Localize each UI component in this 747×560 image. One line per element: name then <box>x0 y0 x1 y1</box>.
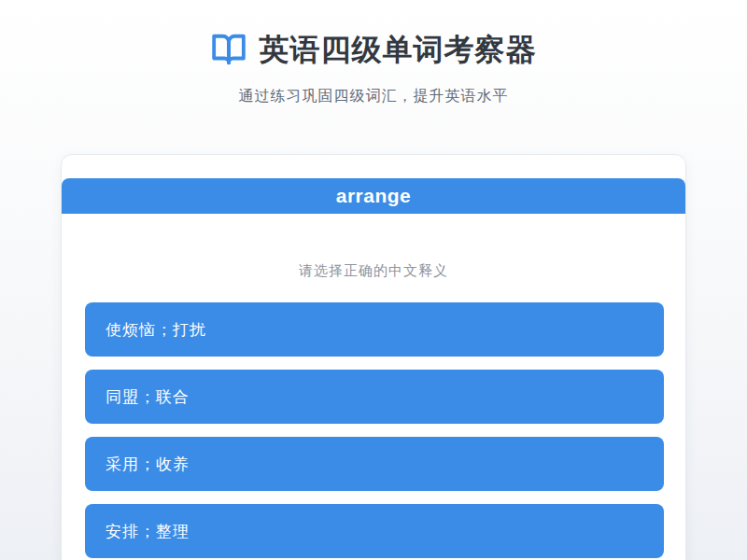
answer-option-button-3[interactable]: 采用；收养 <box>85 437 664 491</box>
options-list: 使烦恼；打扰 同盟；联合 采用；收养 安排；整理 <box>85 302 662 558</box>
title-row: 英语四级单词考察器 <box>0 31 747 68</box>
quiz-prompt: 请选择正确的中文释义 <box>62 260 685 281</box>
page-background: 英语四级单词考察器 通过练习巩固四级词汇，提升英语水平 arrange 请选择正… <box>0 0 747 560</box>
page-title: 英语四级单词考察器 <box>260 31 537 68</box>
current-word: arrange <box>336 185 412 207</box>
book-open-icon <box>211 32 247 67</box>
answer-option-button-4[interactable]: 安排；整理 <box>85 504 664 558</box>
answer-option-button-1[interactable]: 使烦恼；打扰 <box>85 302 664 357</box>
quiz-card: arrange 请选择正确的中文释义 使烦恼；打扰 同盟；联合 采用；收养 安排… <box>61 154 686 560</box>
app-header: 英语四级单词考察器 通过练习巩固四级词汇，提升英语水平 <box>0 31 747 105</box>
answer-option-button-2[interactable]: 同盟；联合 <box>85 370 664 424</box>
word-banner: arrange <box>62 178 685 214</box>
page-subtitle: 通过练习巩固四级词汇，提升英语水平 <box>0 87 747 105</box>
